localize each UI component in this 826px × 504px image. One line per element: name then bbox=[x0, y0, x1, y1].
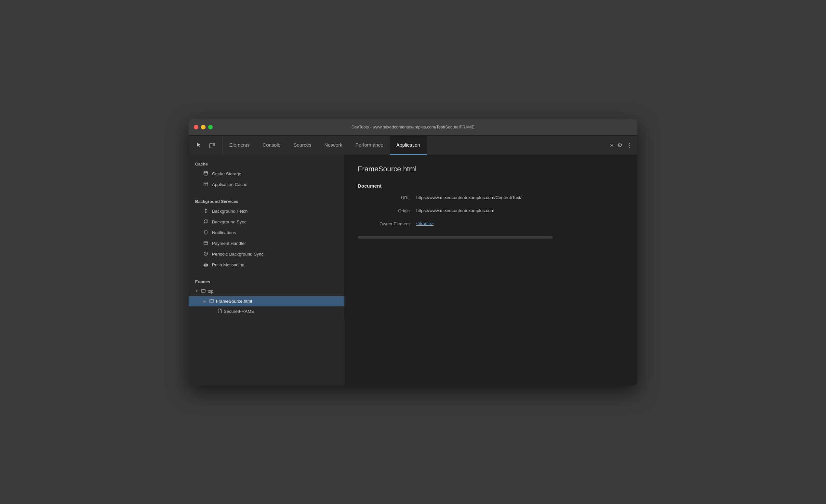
origin-label: Origin bbox=[364, 208, 416, 213]
titlebar: DevTools - www.mixedcontentexamples.com/… bbox=[189, 119, 637, 136]
sidebar: Cache Cache Storage bbox=[189, 155, 345, 319]
svg-point-2 bbox=[204, 171, 208, 173]
origin-value: https://www.mixedcontentexamples.com bbox=[416, 208, 494, 213]
window-title: DevTools - www.mixedcontentexamples.com/… bbox=[352, 125, 475, 129]
close-button[interactable] bbox=[194, 125, 198, 129]
sidebar-notifications-label: Notifications bbox=[212, 230, 236, 235]
sidebar-item-periodic-background-sync[interactable]: Periodic Background Sync bbox=[189, 249, 344, 259]
svg-line-11 bbox=[206, 254, 207, 254]
sidebar-cache-header: Cache bbox=[189, 158, 344, 169]
content-panel: FrameSource.html Document URL https://ww… bbox=[345, 155, 637, 385]
more-options-icon[interactable]: ⋮ bbox=[626, 142, 632, 149]
sidebar-item-payment-handler[interactable]: Payment Handler bbox=[189, 238, 344, 249]
sidebar-item-cache-storage[interactable]: Cache Storage bbox=[189, 169, 344, 179]
notifications-icon bbox=[203, 230, 209, 236]
sidebar-frame-top[interactable]: ▼ top bbox=[189, 286, 344, 296]
framesource-folder-icon bbox=[210, 299, 214, 304]
periodic-background-sync-icon bbox=[203, 251, 209, 257]
tab-sources[interactable]: Sources bbox=[287, 136, 318, 155]
sidebar-background-services-header: Background Services bbox=[189, 195, 344, 206]
url-label: URL bbox=[364, 195, 416, 200]
traffic-lights bbox=[189, 125, 213, 129]
background-fetch-icon bbox=[203, 208, 209, 214]
svg-rect-14 bbox=[210, 300, 214, 302]
main-content: Cache Cache Storage bbox=[189, 155, 637, 385]
sidebar-application-cache-label: Application Cache bbox=[212, 182, 247, 187]
origin-row: Origin https://www.mixedcontentexamples.… bbox=[358, 208, 625, 213]
document-section-title: Document bbox=[358, 183, 625, 189]
settings-icon[interactable]: ⚙ bbox=[617, 142, 623, 149]
sidebar-background-fetch-label: Background Fetch bbox=[212, 209, 248, 214]
sidebar-frame-secureiframe[interactable]: ▶ SecureIFRAME bbox=[189, 306, 344, 316]
framesource-label: FrameSource.html bbox=[216, 299, 252, 304]
sidebar-wrapper: Cache Cache Storage bbox=[189, 155, 345, 385]
device-toggle-icon[interactable] bbox=[207, 140, 217, 150]
svg-rect-7 bbox=[204, 242, 208, 245]
maximize-button[interactable] bbox=[208, 125, 213, 129]
url-row: URL https://www.mixedcontentexamples.com… bbox=[358, 195, 625, 200]
svg-rect-0 bbox=[210, 144, 213, 148]
push-messaging-icon bbox=[203, 262, 209, 268]
sidebar-frame-framesource[interactable]: ▶ FrameSource.html bbox=[189, 296, 344, 306]
frame-top-label: top bbox=[208, 289, 214, 294]
nav-tabs: Elements Console Sources Network Perform… bbox=[223, 136, 610, 155]
sidebar-item-push-messaging[interactable]: Push Messaging bbox=[189, 259, 344, 270]
tab-application[interactable]: Application bbox=[390, 136, 427, 155]
devtools-window: DevTools - www.mixedcontentexamples.com/… bbox=[189, 119, 637, 385]
sidebar-background-sync-label: Background Sync bbox=[212, 219, 246, 225]
secureiframe-label: SecureIFRAME bbox=[224, 309, 254, 314]
secureiframe-arrow: ▶ bbox=[212, 310, 216, 313]
document-section: Document URL https://www.mixedcontentexa… bbox=[358, 183, 625, 226]
sidebar-payment-handler-label: Payment Handler bbox=[212, 241, 246, 246]
url-value: https://www.mixedcontentexamples.com/Con… bbox=[416, 195, 521, 200]
sidebar-item-application-cache[interactable]: Application Cache bbox=[189, 179, 344, 190]
svg-point-12 bbox=[204, 264, 208, 266]
more-tabs-icon[interactable]: » bbox=[610, 142, 613, 148]
toolbar-icon-group bbox=[189, 136, 223, 155]
sidebar-frames-header: Frames bbox=[189, 275, 344, 286]
sidebar-item-background-sync[interactable]: Background Sync bbox=[189, 216, 344, 227]
inspect-icon[interactable] bbox=[194, 140, 204, 150]
frame-top-arrow: ▼ bbox=[195, 290, 199, 293]
sidebar-item-notifications[interactable]: Notifications bbox=[189, 227, 344, 238]
payment-handler-icon bbox=[203, 240, 209, 247]
cache-storage-icon bbox=[203, 171, 209, 177]
minimize-button[interactable] bbox=[201, 125, 205, 129]
content-title: FrameSource.html bbox=[358, 165, 625, 173]
framesource-arrow: ▶ bbox=[203, 300, 208, 303]
tab-elements[interactable]: Elements bbox=[223, 136, 256, 155]
background-sync-icon bbox=[203, 219, 209, 225]
owner-element-label: Owner Element bbox=[364, 221, 416, 226]
owner-element-value[interactable]: <iframe> bbox=[416, 221, 433, 226]
application-cache-icon bbox=[203, 181, 209, 188]
progress-bar-container bbox=[358, 236, 553, 239]
sidebar-item-background-fetch[interactable]: Background Fetch bbox=[189, 206, 344, 216]
svg-rect-13 bbox=[201, 290, 205, 292]
frame-top-folder-icon bbox=[201, 289, 205, 294]
svg-rect-1 bbox=[213, 143, 215, 145]
tab-console[interactable]: Console bbox=[256, 136, 287, 155]
sidebar-push-messaging-label: Push Messaging bbox=[212, 262, 244, 267]
owner-element-row: Owner Element <iframe> bbox=[358, 221, 625, 226]
sidebar-periodic-background-sync-label: Periodic Background Sync bbox=[212, 252, 263, 257]
toolbar-right-actions: » ⚙ ⋮ bbox=[610, 142, 637, 149]
tab-performance[interactable]: Performance bbox=[349, 136, 390, 155]
sidebar-cache-storage-label: Cache Storage bbox=[212, 171, 241, 176]
tab-network[interactable]: Network bbox=[318, 136, 349, 155]
secureiframe-file-icon bbox=[218, 309, 222, 314]
toolbar: Elements Console Sources Network Perform… bbox=[189, 136, 637, 155]
